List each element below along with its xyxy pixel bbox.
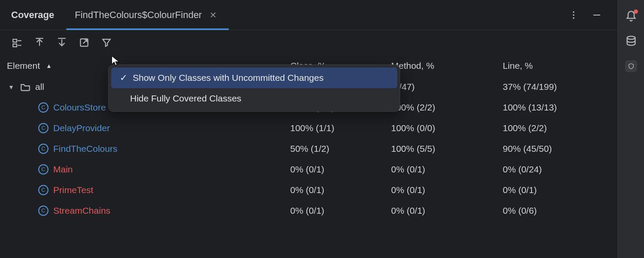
svg-text:C: C	[41, 145, 45, 152]
tab-coverage-run[interactable]: FindTheColours$ColourFinder ✕	[70, 0, 221, 30]
svg-text:C: C	[41, 207, 45, 214]
right-tool-rail	[617, 0, 644, 258]
line-pct: 0% (0/24)	[503, 164, 617, 175]
table-row[interactable]: C DelayProvider 100% (1/1) 100% (0/0) 10…	[0, 118, 617, 138]
class-pct: 50% (1/2)	[290, 144, 391, 154]
table-row[interactable]: C FindTheColours 50% (1/2) 100% (5/5) 90…	[0, 138, 617, 159]
check-icon: ✓	[119, 73, 128, 83]
class-icon: C	[38, 102, 49, 113]
class-icon: C	[38, 164, 49, 175]
class-name: StreamChains	[53, 206, 110, 216]
filter-menu-item[interactable]: ✓ Show Only Classes with Uncommitted Cha…	[111, 68, 397, 88]
class-icon: C	[38, 184, 49, 196]
navigate-down-icon[interactable]	[56, 37, 68, 49]
sort-asc-icon: ▲	[46, 62, 52, 69]
menu-item-label: Hide Fully Covered Classes	[130, 93, 241, 104]
column-method[interactable]: Method, %	[391, 61, 503, 71]
table-row[interactable]: C Main 0% (0/1) 0% (0/1) 0% (0/24)	[0, 159, 617, 180]
navigate-up-icon[interactable]	[33, 37, 46, 49]
class-pct: 0% (0/1)	[290, 185, 391, 195]
class-icon: C	[38, 123, 49, 134]
tree-root-label: all	[35, 82, 44, 92]
table-row[interactable]: C StreamChains 0% (0/1) 0% (0/1) 0% (0/6…	[0, 200, 617, 221]
filter-icon[interactable]	[100, 37, 112, 49]
svg-point-2	[573, 17, 574, 19]
notifications-icon[interactable]	[625, 10, 637, 22]
class-name: PrimeTest	[53, 185, 93, 195]
svg-text:C: C	[41, 187, 45, 193]
class-name: ColoursStore	[53, 102, 106, 113]
minimize-icon[interactable]	[591, 9, 603, 21]
folder-icon	[20, 81, 31, 92]
line-pct: 0% (0/6)	[503, 206, 617, 216]
method-pct: 100% (2/2)	[391, 102, 503, 113]
line-pct: 90% (45/50)	[503, 144, 617, 154]
more-icon[interactable]	[568, 9, 580, 21]
line-pct: 100% (13/13)	[503, 102, 617, 113]
class-icon: C	[38, 205, 49, 216]
class-pct: 100% (1/1)	[290, 123, 391, 133]
svg-text:C: C	[41, 125, 45, 131]
notification-dot	[634, 9, 638, 14]
database-icon[interactable]	[625, 35, 637, 47]
menu-item-label: Show Only Classes with Uncommitted Chang…	[133, 73, 324, 83]
svg-text:C: C	[41, 166, 45, 172]
export-icon[interactable]	[78, 37, 90, 49]
svg-point-0	[573, 11, 574, 13]
svg-point-1	[573, 14, 574, 16]
line-pct: 100% (2/2)	[503, 123, 617, 133]
coverage-toolbar	[0, 30, 617, 55]
titlebar: Coverage FindTheColours$ColourFinder ✕	[0, 0, 617, 30]
class-name: DelayProvider	[53, 123, 110, 133]
class-name: FindTheColours	[53, 144, 117, 154]
method-pct: 100% (0/0)	[391, 123, 503, 133]
class-name: Main	[53, 164, 73, 175]
method-pct: 0% (0/1)	[391, 164, 503, 175]
class-pct: 0% (0/1)	[290, 164, 391, 175]
table-row[interactable]: C PrimeTest 0% (0/1) 0% (0/1) 0% (0/1)	[0, 180, 617, 200]
panel-title: Coverage	[11, 9, 54, 21]
svg-text:C: C	[41, 104, 45, 111]
shield-icon[interactable]	[625, 60, 637, 72]
chevron-down-icon[interactable]: ▾	[7, 83, 15, 91]
method-pct: 0% (0/1)	[391, 185, 503, 195]
root-method: (8/47)	[391, 82, 503, 92]
method-pct: 100% (5/5)	[391, 144, 503, 154]
svg-rect-5	[13, 44, 17, 47]
filter-menu-item[interactable]: Hide Fully Covered Classes	[109, 88, 400, 109]
flatten-packages-icon[interactable]	[11, 37, 23, 49]
svg-point-21	[627, 36, 635, 39]
method-pct: 0% (0/1)	[391, 206, 503, 216]
class-icon: C	[38, 143, 49, 154]
root-line: 37% (74/199)	[503, 82, 617, 92]
class-pct: 0% (0/1)	[290, 206, 391, 216]
close-icon[interactable]: ✕	[210, 11, 217, 19]
svg-rect-4	[13, 39, 17, 42]
column-line[interactable]: Line, %	[503, 61, 617, 71]
filter-popup: ✓ Show Only Classes with Uncommitted Cha…	[108, 64, 400, 112]
tab-label: FindTheColours$ColourFinder	[75, 9, 202, 21]
line-pct: 0% (0/1)	[503, 185, 617, 195]
